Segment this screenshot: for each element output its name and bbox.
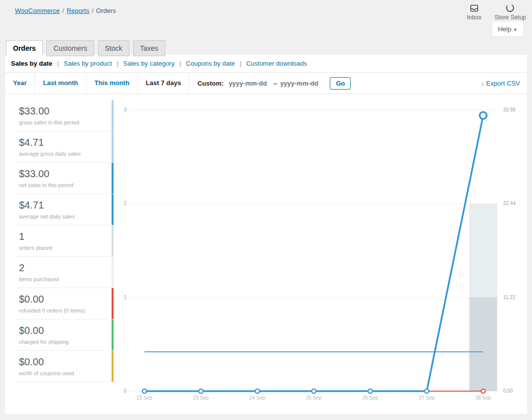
stat-label: orders placed xyxy=(19,245,52,251)
range-year[interactable]: Year xyxy=(5,73,35,94)
stat-gross-sales[interactable]: $33.00 gross sales in this period xyxy=(15,100,114,131)
stat-color-bar xyxy=(112,225,114,256)
stat-net-sales[interactable]: $33.00 net sales in this period xyxy=(15,163,114,194)
stat-coupons-used[interactable]: $0.00 worth of coupons used xyxy=(15,351,114,382)
stat-value: $33.00 xyxy=(19,105,107,117)
stat-label: average gross daily sales xyxy=(19,151,81,157)
stat-value: $0.00 xyxy=(19,324,107,337)
range-last-month[interactable]: Last month xyxy=(35,73,86,94)
sales-by-date-chart: 00.00111.22222.44333.6622 Sep23 Sep24 Se… xyxy=(120,100,518,407)
svg-text:22 Sep: 22 Sep xyxy=(136,395,152,401)
tab-orders[interactable]: Orders xyxy=(6,40,43,56)
custom-range-label: Custom: xyxy=(197,80,224,87)
stat-label: gross sales in this period xyxy=(19,119,79,125)
svg-text:33.66: 33.66 xyxy=(503,107,516,112)
subnav-separator: | xyxy=(179,60,181,67)
svg-text:26 Sep: 26 Sep xyxy=(362,395,378,401)
stat-value: $4.71 xyxy=(19,136,107,149)
date-from-input[interactable] xyxy=(228,79,271,88)
download-icon: ↓ xyxy=(481,80,485,87)
range-this-month[interactable]: This month xyxy=(87,73,138,94)
woocommerce-reports-page: WooCommerce/Reports/Orders Inbox Store S… xyxy=(0,0,532,420)
tab-taxes[interactable]: Taxes xyxy=(133,40,165,56)
tab-stock[interactable]: Stock xyxy=(98,40,130,56)
svg-text:11.22: 11.22 xyxy=(503,295,516,300)
svg-text:25 Sep: 25 Sep xyxy=(306,395,322,401)
store-setup-label: Store Setup xyxy=(495,14,526,21)
chart-canvas: 00.00111.22222.44333.6622 Sep23 Sep24 Se… xyxy=(120,100,518,405)
go-button[interactable]: Go xyxy=(330,77,351,90)
breadcrumb-separator: / xyxy=(62,7,64,14)
stat-value: $0.00 xyxy=(19,355,107,368)
svg-text:1: 1 xyxy=(124,295,127,300)
svg-text:3: 3 xyxy=(124,107,127,112)
breadcrumb: WooCommerce/Reports/Orders xyxy=(0,0,532,14)
svg-text:2: 2 xyxy=(124,201,127,206)
breadcrumb-reports[interactable]: Reports xyxy=(67,7,90,14)
svg-text:0.00: 0.00 xyxy=(503,388,513,394)
subnav-sales-by-category[interactable]: Sales by category xyxy=(123,60,174,67)
stat-value: $0.00 xyxy=(19,293,107,306)
report-subnav: Sales by date | Sales by product | Sales… xyxy=(5,55,527,72)
stat-label: worth of coupons used xyxy=(19,370,74,376)
date-to-input[interactable] xyxy=(279,79,323,88)
breadcrumb-current-orders: Orders xyxy=(96,7,116,14)
stat-label: average net daily sales xyxy=(19,213,75,219)
help-label: Help xyxy=(498,25,512,33)
report-tabs: Orders Customers Stock Taxes xyxy=(6,40,532,56)
range-last-7-days[interactable]: Last 7 days xyxy=(138,73,190,94)
report-body: $33.00 gross sales in this period $4.71 … xyxy=(5,94,527,407)
breadcrumb-separator: / xyxy=(92,7,94,14)
inbox-button[interactable]: Inbox xyxy=(467,3,481,21)
stat-refunded[interactable]: $0.00 refunded 0 orders (0 items) xyxy=(15,288,114,319)
help-button[interactable]: Help ▼ xyxy=(492,22,524,37)
svg-text:24 Sep: 24 Sep xyxy=(250,395,266,401)
stat-color-bar xyxy=(112,288,114,319)
stat-orders-placed[interactable]: 1 orders placed xyxy=(15,225,114,257)
stat-average-net-daily-sales[interactable]: $4.71 average net daily sales xyxy=(15,194,114,225)
date-range-dash: – xyxy=(273,80,277,87)
inbox-label: Inbox xyxy=(467,14,481,21)
breadcrumb-woocommerce[interactable]: WooCommerce xyxy=(15,7,60,14)
stat-label: items purchased xyxy=(19,276,59,282)
subnav-separator: | xyxy=(117,60,118,67)
svg-text:0: 0 xyxy=(124,388,127,394)
stat-label: charged for shipping xyxy=(19,339,69,345)
stat-color-bar xyxy=(112,163,114,194)
inbox-icon xyxy=(467,3,481,13)
tab-customers[interactable]: Customers xyxy=(46,40,94,56)
report-stats-sidebar: $33.00 gross sales in this period $4.71 … xyxy=(15,100,114,407)
svg-text:22.44: 22.44 xyxy=(503,201,516,206)
stat-items-purchased[interactable]: 2 items purchased xyxy=(15,257,114,288)
svg-text:27 Sep: 27 Sep xyxy=(419,395,435,401)
export-csv-label: Export CSV xyxy=(486,80,520,87)
subnav-sales-by-date[interactable]: Sales by date xyxy=(11,60,52,67)
svg-text:28 Sep: 28 Sep xyxy=(475,395,491,401)
header-actions: Inbox Store Setup xyxy=(467,3,526,21)
stat-color-bar xyxy=(112,100,114,131)
store-setup-progress-icon xyxy=(495,3,526,13)
stat-average-gross-daily-sales[interactable]: $4.71 average gross daily sales xyxy=(15,131,114,163)
stat-value: 2 xyxy=(19,261,107,274)
chevron-down-icon: ▼ xyxy=(513,27,518,32)
date-range-bar: Year Last month This month Last 7 days C… xyxy=(5,72,527,94)
store-setup-button[interactable]: Store Setup xyxy=(495,3,526,21)
report-panel: Sales by date | Sales by product | Sales… xyxy=(5,55,527,414)
stat-color-bar xyxy=(112,351,114,382)
stat-color-bar xyxy=(112,194,114,225)
stat-color-bar xyxy=(112,319,114,350)
stat-value: $4.71 xyxy=(19,199,107,211)
subnav-separator: | xyxy=(240,60,241,67)
subnav-sales-by-product[interactable]: Sales by product xyxy=(64,60,112,67)
stat-value: $33.00 xyxy=(19,167,107,180)
stat-shipping-charged[interactable]: $0.00 charged for shipping xyxy=(15,319,114,351)
stat-value: 1 xyxy=(19,230,107,243)
subnav-customer-downloads[interactable]: Customer downloads xyxy=(246,60,307,67)
svg-text:23 Sep: 23 Sep xyxy=(193,395,209,401)
export-csv-link[interactable]: ↓Export CSV xyxy=(481,80,520,87)
stat-color-bar xyxy=(112,131,114,162)
subnav-coupons-by-date[interactable]: Coupons by date xyxy=(186,60,235,67)
stat-color-bar xyxy=(112,257,114,288)
stat-label: refunded 0 orders (0 items) xyxy=(19,308,85,314)
subnav-separator: | xyxy=(57,60,59,67)
